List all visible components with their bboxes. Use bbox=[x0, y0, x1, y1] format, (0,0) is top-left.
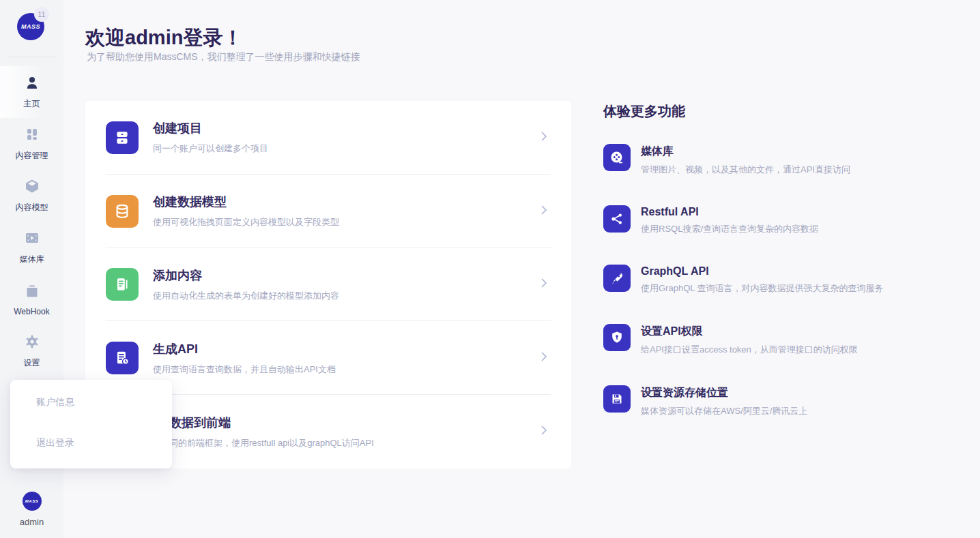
archive-icon bbox=[106, 121, 139, 154]
feature-title: 设置API权限 bbox=[641, 325, 858, 339]
save-icon bbox=[603, 385, 631, 413]
step-desc: 使用查询语言查询数据，并且自动输出API文档 bbox=[153, 363, 336, 376]
sidebar-item-label: 主页 bbox=[24, 98, 40, 110]
step-desc: 使用自动化生成的表单为创建好的模型添加内容 bbox=[153, 290, 339, 302]
feature-graphql-api[interactable]: GraphQL API 使用GraphQL 查询语言，对内容数据提供强大复杂的查… bbox=[603, 265, 958, 295]
step-title: 添加内容 bbox=[153, 267, 339, 284]
step-title: 生成API bbox=[153, 341, 336, 357]
step-create-project[interactable]: 创建项目 同一个账户可以创建多个项目 bbox=[85, 101, 571, 175]
sidebar-item-label: 设置 bbox=[24, 357, 40, 369]
feature-desc: 媒体资源可以存储在AWS/阿里云/腾讯云上 bbox=[641, 405, 807, 417]
feature-desc: 使用GraphQL 查询语言，对内容数据提供强大复杂的查询服务 bbox=[641, 282, 884, 295]
feature-desc: 使用RSQL搜索/查询语言查询复杂的内容数据 bbox=[641, 223, 818, 235]
feature-title: 媒体库 bbox=[641, 145, 850, 159]
chevron-right-icon bbox=[538, 278, 549, 291]
step-create-data-model[interactable]: 创建数据模型 使用可视化拖拽页面定义内容模型以及字段类型 bbox=[85, 175, 571, 248]
sidebar-item-content-model[interactable]: 内容模型 bbox=[0, 170, 63, 222]
sidebar-item-content-management[interactable]: 内容管理 bbox=[0, 118, 63, 170]
feature-api-permissions[interactable]: 设置API权限 给API接口设置access token，从而管理接口的访问权限 bbox=[603, 324, 958, 356]
user-icon bbox=[24, 74, 40, 93]
more-features-section: 体验更多功能 媒体库 管理图片、视频，以及其他的文件，通过API直接访问 Res… bbox=[603, 102, 958, 447]
feature-storage-location[interactable]: 设置资源存储位置 媒体资源可以存储在AWS/阿里云/腾讯云上 bbox=[603, 385, 958, 417]
app-logo[interactable]: MASS 11 bbox=[0, 13, 63, 48]
sidebar-item-settings[interactable]: 设置 bbox=[0, 325, 63, 377]
webhook-box-icon bbox=[24, 283, 40, 302]
cube-icon bbox=[24, 178, 40, 197]
step-title: 数据到前端 bbox=[169, 415, 374, 431]
step-title: 创建项目 bbox=[153, 120, 268, 136]
step-desc: 同的前端框架，使用restfull api以及graphQL访问API bbox=[169, 437, 374, 449]
chevron-right-icon bbox=[538, 351, 549, 365]
share-nodes-icon bbox=[603, 205, 631, 233]
step-add-content[interactable]: 添加内容 使用自动化生成的表单为创建好的模型添加内容 bbox=[85, 248, 571, 322]
api-doc-icon bbox=[106, 342, 139, 374]
step-desc: 使用可视化拖拽页面定义内容模型以及字段类型 bbox=[153, 216, 339, 228]
sidebar-divider bbox=[7, 57, 57, 57]
chevron-right-icon bbox=[538, 131, 549, 145]
feature-title: 设置资源存储位置 bbox=[641, 386, 807, 400]
chevron-right-icon bbox=[538, 205, 549, 218]
database-icon bbox=[106, 195, 139, 228]
feature-desc: 管理图片、视频，以及其他的文件，通过API直接访问 bbox=[641, 164, 850, 176]
user-dropdown-menu: 账户信息 退出登录 bbox=[10, 380, 172, 468]
sidebar-item-label: 内容模型 bbox=[16, 202, 48, 213]
features-heading: 体验更多功能 bbox=[603, 102, 958, 121]
page-subtitle: 为了帮助您使用MassCMS，我们整理了一些使用步骤和快捷链接 bbox=[87, 51, 360, 63]
feature-title: GraphQL API bbox=[641, 265, 884, 278]
film-reel-icon bbox=[603, 144, 631, 171]
avatar: MASS bbox=[23, 492, 42, 511]
user-avatar-menu-trigger[interactable]: MASS admin bbox=[0, 492, 63, 527]
sidebar-item-home[interactable]: 主页 bbox=[0, 66, 63, 118]
document-icon bbox=[106, 268, 139, 301]
sidebar-item-label: 媒体库 bbox=[20, 254, 44, 265]
sidebar-item-label: WebHook bbox=[14, 307, 49, 316]
feature-restful-api[interactable]: Restful API 使用RSQL搜索/查询语言查询复杂的内容数据 bbox=[603, 205, 958, 235]
media-player-icon bbox=[24, 230, 40, 249]
dashboard-icon bbox=[24, 126, 40, 145]
user-name: admin bbox=[0, 517, 63, 527]
page-title: 欢迎admin登录！ bbox=[85, 25, 242, 52]
chevron-right-icon bbox=[538, 425, 549, 438]
logo-text: MASS bbox=[21, 23, 40, 30]
step-title: 创建数据模型 bbox=[153, 194, 339, 210]
step-desc: 同一个账户可以创建多个项目 bbox=[153, 143, 268, 155]
menu-item-logout[interactable]: 退出登录 bbox=[10, 423, 172, 464]
gear-icon bbox=[24, 333, 40, 353]
sidebar-item-webhook[interactable]: WebHook bbox=[0, 273, 63, 325]
sidebar-nav: 主页 内容管理 内容模型 媒体库 WebHook bbox=[0, 66, 63, 377]
sidebar-item-media-library[interactable]: 媒体库 bbox=[0, 222, 63, 273]
notification-badge: 11 bbox=[34, 7, 49, 22]
shield-icon bbox=[603, 324, 631, 351]
feature-title: Restful API bbox=[641, 206, 818, 218]
feature-media-library[interactable]: 媒体库 管理图片、视频，以及其他的文件，通过API直接访问 bbox=[603, 144, 958, 176]
feature-desc: 给API接口设置access token，从而管理接口的访问权限 bbox=[641, 344, 858, 356]
sidebar-item-label: 内容管理 bbox=[16, 150, 48, 162]
avatar-logo-text: MASS bbox=[25, 499, 38, 503]
rocket-icon bbox=[603, 265, 631, 292]
menu-item-account-info[interactable]: 账户信息 bbox=[10, 382, 172, 423]
